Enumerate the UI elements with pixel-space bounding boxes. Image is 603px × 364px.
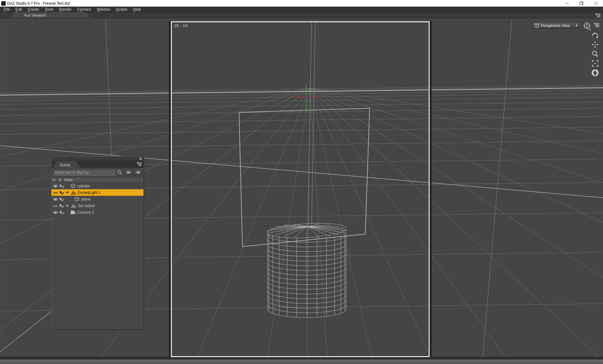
camera-node-icon xyxy=(70,210,76,214)
eye-open-icon[interactable] xyxy=(53,210,58,214)
viewport-header-controls: Perspective View ▼ xyxy=(533,22,600,32)
frame-icon[interactable] xyxy=(591,60,599,67)
node-label: Camera 1 xyxy=(78,210,94,215)
orbit-icon[interactable] xyxy=(591,31,599,39)
tab-scene[interactable]: Scene xyxy=(53,162,80,168)
light-node-icon xyxy=(70,204,76,208)
selectable-pointer-icon[interactable] xyxy=(59,190,64,195)
scene-node-plane[interactable]: plane xyxy=(52,196,144,202)
aspect-ratio-label: 10 : 13 xyxy=(174,24,188,28)
viewport-menu-icon[interactable] xyxy=(594,22,600,29)
scene-panel: Scene V S Node cylinderDistantLight 1pla… xyxy=(51,156,144,329)
pane-tab-bar: Aux Viewport xyxy=(0,12,603,18)
zoom-icon[interactable] xyxy=(591,50,599,58)
eye-closed-icon[interactable] xyxy=(53,204,58,208)
column-selectable[interactable]: S xyxy=(57,177,63,182)
viewport-tool-stack xyxy=(591,31,599,77)
scene-node-camera-1[interactable]: Camera 1 xyxy=(52,209,144,216)
viewport-layout-icon xyxy=(535,24,539,28)
pan-icon[interactable] xyxy=(591,41,599,48)
filter-prev-button[interactable] xyxy=(124,169,133,176)
light-node-icon xyxy=(70,190,76,195)
render-aspect-frame: 10 : 13 xyxy=(171,21,430,357)
menu-render[interactable]: Render xyxy=(56,7,74,12)
menu-help[interactable]: Help xyxy=(130,7,144,12)
view-sphere-icon[interactable] xyxy=(583,22,591,32)
scene-node-set-indoor[interactable]: Set Indoor xyxy=(52,202,144,209)
menu-window[interactable]: Window xyxy=(94,7,113,12)
menu-tools[interactable]: Tools xyxy=(42,7,56,12)
tab-aux-viewport[interactable]: Aux Viewport xyxy=(10,12,90,18)
view-selector-dropdown[interactable]: Perspective View ▼ xyxy=(533,22,580,29)
view-selector-label: Perspective View xyxy=(541,24,570,28)
tab-label: Aux Viewport xyxy=(24,13,46,18)
selectable-pointer-icon[interactable] xyxy=(59,210,64,214)
search-icon[interactable] xyxy=(116,169,123,176)
window-title: DAZ Studio 4.7 Pro - Fresnel Test.duf xyxy=(7,1,70,6)
scene-node-cylinder[interactable]: cylinder xyxy=(52,183,144,189)
scene-filter-row xyxy=(52,168,144,177)
restore-button[interactable] xyxy=(574,0,589,7)
pane-splitter[interactable] xyxy=(2,18,3,357)
selectable-pointer-icon[interactable] xyxy=(59,184,64,188)
menu-connect[interactable]: Connect xyxy=(74,7,94,12)
selectable-pointer-icon[interactable] xyxy=(59,197,64,201)
prop-node-icon xyxy=(74,197,79,201)
scene-pane-menu-icon[interactable] xyxy=(137,162,142,167)
scene-node-distantlight-1[interactable]: DistantLight 1 xyxy=(52,189,144,196)
scene-tab-label: Scene xyxy=(60,163,70,167)
node-label: DistantLight 1 xyxy=(78,190,100,195)
status-bar xyxy=(0,359,603,364)
minimize-button[interactable] xyxy=(560,0,574,7)
eye-closed-icon[interactable] xyxy=(53,190,58,195)
node-label: cylinder xyxy=(77,184,90,188)
filter-next-button[interactable] xyxy=(134,169,142,176)
close-icon[interactable] xyxy=(139,157,142,160)
eye-open-icon[interactable] xyxy=(53,184,58,188)
scene-filter-input[interactable] xyxy=(53,169,115,176)
menu-edit[interactable]: Edit xyxy=(13,7,25,12)
column-node[interactable]: Node xyxy=(63,177,144,182)
menu-bar: FileEditCreateToolsRenderConnectWindowSc… xyxy=(0,7,603,12)
viewport-workspace: 10 : 13 Perspective View ▼ Scene xyxy=(0,18,603,357)
eye-open-icon[interactable] xyxy=(53,197,58,201)
title-bar: DAZ Studio 4.7 Pro - Fresnel Test.duf xyxy=(0,0,603,7)
menu-file[interactable]: File xyxy=(1,7,13,12)
scene-tree-header: V S Node xyxy=(52,177,144,183)
menu-create[interactable]: Create xyxy=(25,7,42,12)
prop-node-icon xyxy=(70,184,75,188)
selectable-pointer-icon[interactable] xyxy=(59,204,64,208)
column-visible[interactable]: V xyxy=(52,177,57,182)
bottom-divider xyxy=(0,357,603,359)
scene-panel-tabrow: Scene xyxy=(52,161,144,168)
scene-tree: cylinderDistantLight 1planeSet IndoorCam… xyxy=(52,183,144,216)
close-button[interactable] xyxy=(589,0,603,7)
node-label: Set Indoor xyxy=(78,204,95,208)
window-controls xyxy=(560,0,603,7)
collapse-arrow-icon[interactable] xyxy=(66,191,69,194)
home-icon[interactable] xyxy=(591,69,599,77)
node-label: plane xyxy=(81,197,90,201)
expand-arrow-icon[interactable] xyxy=(66,204,69,207)
app-logo-icon xyxy=(1,1,6,6)
scene-panel-titlebar[interactable] xyxy=(52,157,144,161)
chevron-down-icon: ▼ xyxy=(575,24,578,27)
menu-scripts[interactable]: Scripts xyxy=(113,7,130,12)
